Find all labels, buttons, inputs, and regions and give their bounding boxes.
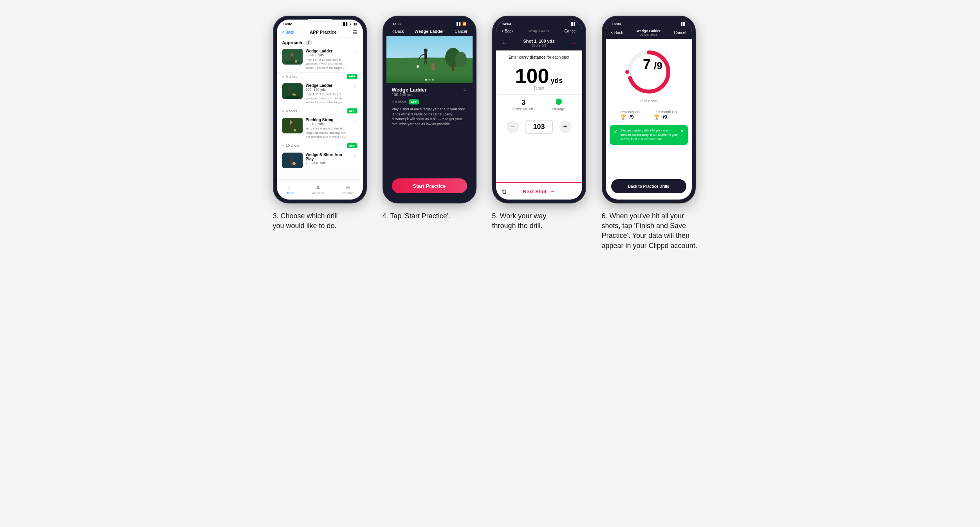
shots-circle-2: ○ 9 shots <box>392 100 406 104</box>
last-month-pb-item: Last month PB 🏆 -/9 <box>654 110 677 120</box>
app-badge-3: APP <box>347 143 357 148</box>
star-icon-4[interactable]: ☆ <box>353 153 357 158</box>
drill-image-2 <box>386 36 473 83</box>
battery-icon-1: ▮▯ <box>354 22 357 26</box>
detail-header-2: Wedge Ladder 100-140 yds ☆ <box>392 87 467 97</box>
back-to-drills-button[interactable]: Back to Practice Drills <box>611 179 686 193</box>
capture-label-1: Capture <box>343 191 354 195</box>
phone-section-4: 13:03 ▋▋ < Back Wedge Ladder 06 Mar 2023… <box>602 16 707 251</box>
drill-thumb-img-4 <box>282 153 303 168</box>
detail-desc-2: Play 1 shot at each target yardage. If y… <box>392 107 467 126</box>
drill-footer-1: ○ 9 shots APP <box>277 73 363 81</box>
drill-thumb-img-1 <box>282 49 303 65</box>
yards-display-3: 100 yds <box>500 66 578 86</box>
circle-score-4: 7 /9 Total Score <box>606 39 692 107</box>
back-button-3[interactable]: < Back <box>502 29 514 33</box>
signal-icon-3: ▋▋ <box>571 22 576 26</box>
shots-label-1: ○ 9 shots <box>282 75 297 79</box>
back-button-1[interactable]: < Back <box>282 30 294 34</box>
cancel-button-3[interactable]: Cancel <box>564 29 576 33</box>
star-icon-3[interactable]: ☆ <box>353 118 357 123</box>
svg-rect-28 <box>431 63 435 70</box>
increment-button[interactable]: + <box>559 121 572 133</box>
nav-activities-1[interactable]: ♟ Activities <box>312 184 325 195</box>
star-icon-2[interactable]: ☆ <box>353 83 357 89</box>
shots-text-3: 10 shots <box>286 144 299 147</box>
score-circle-svg: 7 /9 <box>623 47 674 97</box>
svg-rect-14 <box>291 156 292 165</box>
drill-item-2[interactable]: Wedge Ladder 100–140 yds Play 1 shot at … <box>277 81 363 107</box>
previous-pb-num: -/9 <box>628 114 633 120</box>
success-close-button[interactable]: ✕ <box>680 128 684 134</box>
nav-capture-1[interactable]: ⊕ Capture <box>343 184 354 195</box>
shot-arrows-3: ← Shot 1, 100 yds Score 5/9 → <box>496 36 582 50</box>
phone-frame-4: 13:03 ▋▋ < Back Wedge Ladder 06 Mar 2023… <box>602 16 696 203</box>
home-label-1: Home <box>286 191 294 195</box>
svg-rect-23 <box>424 52 427 59</box>
nav-title-1: APP Practice <box>310 30 336 34</box>
difference-value: 3 <box>513 99 534 107</box>
signal-icons-1: ▋▋ ► ▮▯ <box>343 22 357 26</box>
section-badge-1: 7 <box>305 40 312 45</box>
clock-icon-3: ○ <box>282 144 284 147</box>
drill-thumb-img-3 <box>282 118 303 133</box>
next-shot-bar-3[interactable]: 🗑 Next Shot → <box>496 182 582 200</box>
activities-label-1: Activities <box>312 191 325 195</box>
drill-title-1: Wedge Ladder <box>306 49 350 53</box>
next-shot-arrow[interactable]: → <box>570 40 577 47</box>
drill-title-3: Pitching String <box>306 118 350 122</box>
dot-1 <box>425 79 427 81</box>
score-denom-text: /9 <box>654 60 662 72</box>
wifi-icon-1: ► <box>349 22 352 26</box>
drill-footer-2: ○ 9 shots APP <box>277 107 363 115</box>
target-label-3: Target <box>500 86 578 90</box>
next-shot-arrow-icon: → <box>550 188 555 194</box>
star-icon-5[interactable]: ☆ <box>463 87 467 92</box>
caption-1: 3. Choose which drill you would like to … <box>273 211 351 231</box>
nav-bar-1: < Back APP Practice ☰ <box>277 27 363 38</box>
distance-input[interactable]: 103 <box>525 120 553 134</box>
nav-home-1[interactable]: ⌂ Home <box>286 184 294 195</box>
dot-3 <box>432 79 434 81</box>
dot-2 <box>428 79 430 81</box>
menu-icon-1[interactable]: ☰ <box>352 29 357 35</box>
notch-2 <box>418 19 441 23</box>
phone-frame-3: 13:03 ▋▋ < Back Wedge Ladder Cancel ← <box>492 16 586 203</box>
hit-target-icon <box>556 99 562 105</box>
decrement-button[interactable]: − <box>507 121 519 133</box>
drill-thumb-3 <box>282 118 303 133</box>
difference-stat: 3 Difference (yds) <box>513 99 534 111</box>
phone-screen-1: 13:02 ▋▋ ► ▮▯ < Back APP Practice ☰ Appr… <box>277 20 363 200</box>
input-row-3: − 103 + <box>496 115 582 138</box>
caption-3: 5. Work your way through the drill. <box>492 211 570 231</box>
prev-shot-arrow[interactable]: ← <box>502 40 508 47</box>
drill-item-4[interactable]: Wedge & Short Iron Play 100–140 yds ☆ <box>277 150 363 171</box>
svg-rect-13 <box>282 153 303 168</box>
drill-range-2: 100–140 yds <box>306 88 350 92</box>
trash-icon-3[interactable]: 🗑 <box>502 188 507 194</box>
phone-screen-3: 13:03 ▋▋ < Back Wedge Ladder Cancel ← <box>496 20 582 200</box>
cancel-button-2[interactable]: Cancel <box>455 29 467 34</box>
shots-text-1: 9 shots <box>286 75 297 79</box>
drill-item-3[interactable]: Pitching String 55–100 yds Hit 1 shot at… <box>277 115 363 142</box>
back-button-4[interactable]: < Back <box>611 31 623 35</box>
star-icon-1[interactable]: ☆ <box>353 49 357 54</box>
score-screen-4: 13:03 ▋▋ < Back Wedge Ladder 06 Mar 2023… <box>606 20 692 200</box>
success-check-icon: ✓ <box>614 128 618 135</box>
previous-pb-item: Previous PB 🏆 -/9 <box>620 110 640 120</box>
nav-bar-2: < Back Wedge Ladder Cancel <box>386 27 473 36</box>
drill-thumb-1 <box>282 49 303 65</box>
shot-score-3: Score 5/9 <box>516 43 563 47</box>
clock-icon-1: ○ <box>282 75 284 79</box>
drill-item-1[interactable]: Wedge Ladder 50–100 yds Play 1 shot at e… <box>277 47 363 73</box>
back-button-2[interactable]: < Back <box>392 29 404 34</box>
yards-unit-3: yds <box>550 77 563 85</box>
cancel-button-4[interactable]: Cancel <box>674 31 686 35</box>
yards-number-3: 100 <box>515 66 549 86</box>
score-num-text: 7 <box>643 56 651 72</box>
hit-target-stat: Hit Target <box>552 99 565 111</box>
start-practice-button-2[interactable]: Start Practice <box>392 178 467 193</box>
drill-info-2: Wedge Ladder 100–140 yds Play 1 shot at … <box>306 83 350 104</box>
app-badge-1: APP <box>347 74 357 79</box>
drill-thumb-4 <box>282 153 303 168</box>
